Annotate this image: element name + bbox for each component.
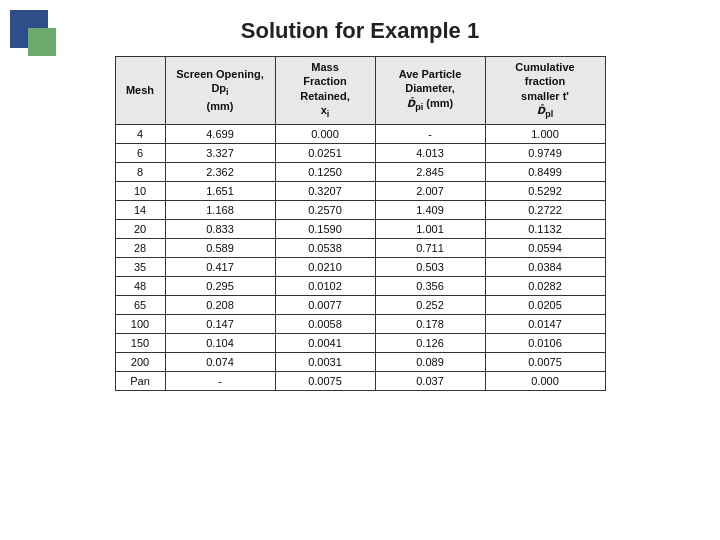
table-row: 200.8330.15901.0010.1132: [115, 219, 605, 238]
table-row: 141.1680.25701.4090.2722: [115, 200, 605, 219]
cell-mass-5: 0.1590: [275, 219, 375, 238]
cell-cumul-8: 0.0282: [485, 276, 605, 295]
table-row: 101.6510.32072.0070.5292: [115, 181, 605, 200]
cell-cumul-0: 1.000: [485, 124, 605, 143]
cell-cumul-6: 0.0594: [485, 238, 605, 257]
cell-cumul-13: 0.000: [485, 371, 605, 390]
cell-mass-7: 0.0210: [275, 257, 375, 276]
cell-screen-2: 2.362: [165, 162, 275, 181]
cell-mesh-0: 4: [115, 124, 165, 143]
table-row: 280.5890.05380.7110.0594: [115, 238, 605, 257]
data-table: Mesh Screen Opening,Dpi(mm) MassFraction…: [115, 56, 606, 391]
cell-mass-1: 0.0251: [275, 143, 375, 162]
cell-ave-13: 0.037: [375, 371, 485, 390]
cell-mesh-13: Pan: [115, 371, 165, 390]
decorative-squares: [10, 10, 70, 70]
cell-screen-7: 0.417: [165, 257, 275, 276]
cell-cumul-9: 0.0205: [485, 295, 605, 314]
cell-screen-4: 1.168: [165, 200, 275, 219]
table-header-row: Mesh Screen Opening,Dpi(mm) MassFraction…: [115, 57, 605, 125]
cell-ave-2: 2.845: [375, 162, 485, 181]
cell-mesh-9: 65: [115, 295, 165, 314]
cell-ave-12: 0.089: [375, 352, 485, 371]
table-row: 63.3270.02514.0130.9749: [115, 143, 605, 162]
cell-cumul-10: 0.0147: [485, 314, 605, 333]
cell-mesh-8: 48: [115, 276, 165, 295]
table-body: 44.6990.000-1.00063.3270.02514.0130.9749…: [115, 124, 605, 390]
table-row: 1000.1470.00580.1780.0147: [115, 314, 605, 333]
page-title: Solution for Example 1: [0, 0, 720, 56]
cell-mesh-4: 14: [115, 200, 165, 219]
cell-ave-1: 4.013: [375, 143, 485, 162]
cell-cumul-2: 0.8499: [485, 162, 605, 181]
table-row: 82.3620.12502.8450.8499: [115, 162, 605, 181]
cell-cumul-7: 0.0384: [485, 257, 605, 276]
cell-cumul-5: 0.1132: [485, 219, 605, 238]
table-row: 480.2950.01020.3560.0282: [115, 276, 605, 295]
header-cumul: Cumulativefractionsmaller t'D̄pl: [485, 57, 605, 125]
cell-mesh-11: 150: [115, 333, 165, 352]
cell-screen-0: 4.699: [165, 124, 275, 143]
cell-mass-11: 0.0041: [275, 333, 375, 352]
cell-mass-4: 0.2570: [275, 200, 375, 219]
header-ave: Ave ParticleDiameter,D̄pi (mm): [375, 57, 485, 125]
cell-mass-0: 0.000: [275, 124, 375, 143]
table-row: 1500.1040.00410.1260.0106: [115, 333, 605, 352]
header-mass: MassFractionRetained,xi: [275, 57, 375, 125]
cell-mass-8: 0.0102: [275, 276, 375, 295]
cell-mass-12: 0.0031: [275, 352, 375, 371]
cell-screen-5: 0.833: [165, 219, 275, 238]
cell-ave-9: 0.252: [375, 295, 485, 314]
cell-mesh-7: 35: [115, 257, 165, 276]
table-row: 350.4170.02100.5030.0384: [115, 257, 605, 276]
cell-ave-10: 0.178: [375, 314, 485, 333]
cell-mass-9: 0.0077: [275, 295, 375, 314]
cell-screen-1: 3.327: [165, 143, 275, 162]
table-wrapper: Mesh Screen Opening,Dpi(mm) MassFraction…: [0, 56, 720, 391]
cell-cumul-4: 0.2722: [485, 200, 605, 219]
cell-ave-8: 0.356: [375, 276, 485, 295]
table-row: 650.2080.00770.2520.0205: [115, 295, 605, 314]
cell-mass-6: 0.0538: [275, 238, 375, 257]
cell-mesh-3: 10: [115, 181, 165, 200]
cell-ave-4: 1.409: [375, 200, 485, 219]
cell-mesh-2: 8: [115, 162, 165, 181]
cell-cumul-3: 0.5292: [485, 181, 605, 200]
cell-screen-9: 0.208: [165, 295, 275, 314]
cell-screen-10: 0.147: [165, 314, 275, 333]
cell-ave-6: 0.711: [375, 238, 485, 257]
cell-ave-11: 0.126: [375, 333, 485, 352]
cell-mesh-6: 28: [115, 238, 165, 257]
cell-mesh-1: 6: [115, 143, 165, 162]
cell-mesh-10: 100: [115, 314, 165, 333]
cell-screen-13: -: [165, 371, 275, 390]
cell-ave-0: -: [375, 124, 485, 143]
cell-cumul-1: 0.9749: [485, 143, 605, 162]
cell-screen-12: 0.074: [165, 352, 275, 371]
cell-mesh-12: 200: [115, 352, 165, 371]
header-screen: Screen Opening,Dpi(mm): [165, 57, 275, 125]
header-mesh: Mesh: [115, 57, 165, 125]
cell-mass-10: 0.0058: [275, 314, 375, 333]
cell-mass-13: 0.0075: [275, 371, 375, 390]
cell-cumul-12: 0.0075: [485, 352, 605, 371]
cell-ave-7: 0.503: [375, 257, 485, 276]
cell-screen-3: 1.651: [165, 181, 275, 200]
cell-ave-5: 1.001: [375, 219, 485, 238]
cell-screen-6: 0.589: [165, 238, 275, 257]
table-row: Pan-0.00750.0370.000: [115, 371, 605, 390]
cell-ave-3: 2.007: [375, 181, 485, 200]
table-row: 2000.0740.00310.0890.0075: [115, 352, 605, 371]
table-row: 44.6990.000-1.000: [115, 124, 605, 143]
cell-mass-2: 0.1250: [275, 162, 375, 181]
cell-mesh-5: 20: [115, 219, 165, 238]
cell-cumul-11: 0.0106: [485, 333, 605, 352]
square-green: [28, 28, 56, 56]
cell-screen-8: 0.295: [165, 276, 275, 295]
cell-screen-11: 0.104: [165, 333, 275, 352]
cell-mass-3: 0.3207: [275, 181, 375, 200]
